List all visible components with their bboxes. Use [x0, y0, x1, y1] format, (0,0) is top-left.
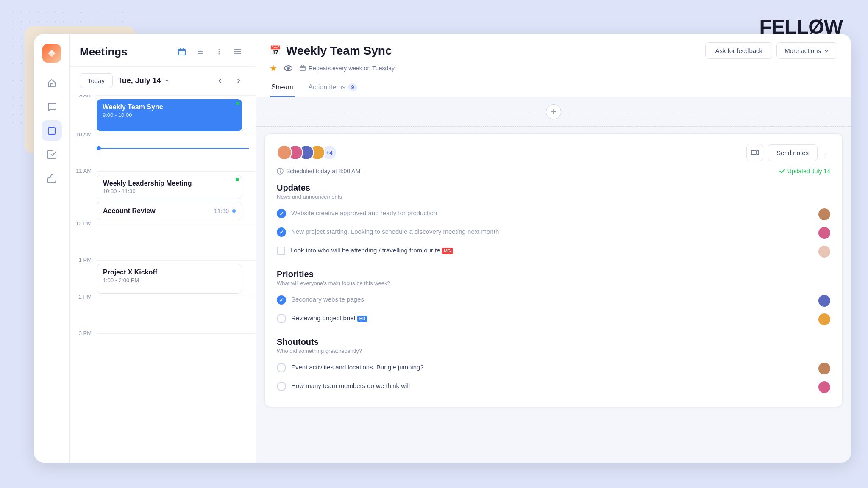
sidebar-item-tasks[interactable] — [42, 144, 62, 164]
svg-point-2 — [219, 49, 220, 50]
time-slot-10am: 10 AM — [70, 135, 256, 171]
schedule-left: Scheduled today at 8:00 AM — [277, 168, 360, 175]
list-item: How many team members do we think will — [277, 378, 830, 396]
current-date-label: Tue, July 14 — [118, 76, 161, 85]
event-weekly-team-sync[interactable]: Weekly Team Sync 9:00 - 10:00 — [97, 99, 242, 131]
meetings-header-icons — [174, 44, 245, 59]
prev-week-btn[interactable] — [213, 74, 227, 88]
checkbox-unchecked[interactable] — [277, 382, 286, 391]
time-slot-content-9am: Weekly Team Sync 9:00 - 10:00 — [97, 95, 256, 135]
item-text: Event activities and locations. Bungie j… — [291, 363, 813, 372]
more-actions-label: More actions — [785, 47, 821, 54]
chevron-down-icon — [164, 78, 170, 84]
time-slot-content-2pm — [97, 297, 256, 333]
sidebar-item-messages[interactable] — [42, 97, 62, 117]
watch-button[interactable] — [284, 64, 292, 73]
section-shoutouts-title: Shoutouts — [277, 337, 830, 347]
item-text: Look into who will be attending / travel… — [290, 246, 813, 255]
ask-feedback-button[interactable]: Ask for feedback — [705, 42, 772, 59]
star-button[interactable]: ★ — [270, 63, 277, 73]
item-text: Secondary website pages — [291, 295, 813, 305]
checkbox-unchecked[interactable] — [277, 314, 286, 323]
more-actions-button[interactable]: More actions — [776, 42, 837, 59]
list-view-btn[interactable] — [193, 44, 208, 59]
scheduled-info-text: Scheduled today at 8:00 AM — [286, 168, 360, 175]
section-priorities-title: Priorities — [277, 269, 830, 279]
checkbox-checked[interactable] — [277, 227, 286, 237]
tabs-row: Stream Action items 9 — [270, 78, 837, 97]
event-project-x-kickoff[interactable]: Project X Kickoff 1:00 - 2:00 PM — [97, 264, 242, 294]
time-label-9am: 9 AM — [70, 95, 97, 135]
action-items-badge: 9 — [348, 83, 358, 91]
event-account-review[interactable]: Account Review 11:30 — [97, 202, 242, 220]
sidebar-item-calendar[interactable] — [42, 120, 62, 141]
today-button[interactable]: Today — [80, 73, 113, 88]
checkbox-unchecked[interactable] — [277, 363, 286, 372]
badge-hd: HD — [357, 316, 367, 322]
list-item: Website creative approved and ready for … — [277, 205, 830, 224]
main-panel: 📅 Weekly Team Sync Ask for feedback More… — [256, 34, 851, 463]
item-avatar — [818, 363, 830, 374]
meeting-content: + +4 — [256, 97, 851, 463]
item-text: Website creative approved and ready for … — [291, 208, 813, 218]
meeting-title-row: 📅 Weekly Team Sync Ask for feedback More… — [270, 42, 837, 59]
section-updates: Updates News and announcements — [277, 183, 830, 200]
item-avatar — [818, 208, 830, 220]
svg-rect-8 — [300, 66, 305, 71]
time-label-11am: 11 AM — [70, 168, 97, 224]
event-weekly-leadership[interactable]: Weekly Leadership Meeting 10:30 - 11:30 — [97, 175, 242, 199]
attendees-row: +4 — [277, 145, 337, 160]
tab-stream[interactable]: Stream — [270, 78, 295, 97]
date-display[interactable]: Tue, July 14 — [118, 76, 170, 85]
repeat-info: Repeats every week on Tuesday — [299, 65, 395, 72]
calendar-view-btn[interactable] — [174, 44, 189, 59]
event-status-dot — [232, 209, 236, 213]
tab-action-items[interactable]: Action items 9 — [307, 78, 359, 97]
send-notes-button[interactable]: Send notes — [768, 144, 818, 161]
calendar-nav: Today Tue, July 14 — [70, 67, 256, 95]
section-gap — [277, 261, 830, 269]
list-item: Event activities and locations. Bungie j… — [277, 359, 830, 378]
check-icon — [779, 168, 785, 174]
section-updates-title: Updates — [277, 183, 830, 193]
updated-info-text: Updated July 14 — [787, 168, 830, 175]
item-text: Reviewing project briefHD — [291, 313, 813, 323]
app-container: Meetings — [34, 34, 851, 463]
time-label-3pm: 3 PM — [70, 330, 97, 370]
calendar-repeat-icon — [299, 65, 306, 72]
event-time: 1:00 - 2:00 PM — [103, 277, 236, 283]
sidebar-item-feedback[interactable] — [42, 168, 62, 188]
card-actions: Send notes ⋮ — [746, 144, 830, 161]
time-slot-content-3pm — [97, 333, 256, 370]
time-label-2pm: 2 PM — [70, 294, 97, 333]
svg-rect-9 — [751, 150, 756, 155]
meetings-panel: Meetings — [70, 34, 256, 463]
svg-rect-1 — [178, 49, 185, 55]
list-item: Look into who will be attending / travel… — [277, 242, 830, 261]
svg-point-4 — [219, 53, 220, 55]
more-options-btn[interactable] — [211, 44, 227, 59]
item-avatar — [818, 246, 830, 258]
event-time: 9:00 - 10:00 — [103, 112, 236, 118]
menu-btn[interactable] — [230, 44, 245, 59]
time-label-10am: 10 AM — [70, 131, 97, 171]
item-avatar — [818, 227, 830, 239]
time-slot-12pm: 12 PM — [70, 224, 256, 260]
time-slot-9am: 9 AM Weekly Team Sync 9:00 - 10:00 — [70, 95, 256, 135]
list-item: New project starting. Looking to schedul… — [277, 224, 830, 242]
event-title: Weekly Leadership Meeting — [103, 180, 236, 187]
sidebar — [34, 34, 70, 463]
time-slot-1pm: 1 PM Project X Kickoff 1:00 - 2:00 PM — [70, 260, 256, 297]
checkbox-unchecked[interactable] — [277, 247, 285, 255]
checkbox-checked[interactable] — [277, 295, 286, 305]
video-call-button[interactable] — [746, 144, 763, 161]
info-icon — [277, 168, 284, 175]
checkbox-checked[interactable] — [277, 209, 286, 218]
sidebar-item-home[interactable] — [42, 73, 62, 93]
add-item-button[interactable]: + — [546, 104, 561, 119]
tab-action-items-label: Action items — [309, 83, 345, 91]
meeting-title: Weekly Team Sync — [286, 44, 392, 58]
event-time: 10:30 - 11:30 — [103, 188, 236, 194]
next-week-btn[interactable] — [232, 74, 245, 88]
more-options-dots[interactable]: ⋮ — [822, 147, 830, 158]
